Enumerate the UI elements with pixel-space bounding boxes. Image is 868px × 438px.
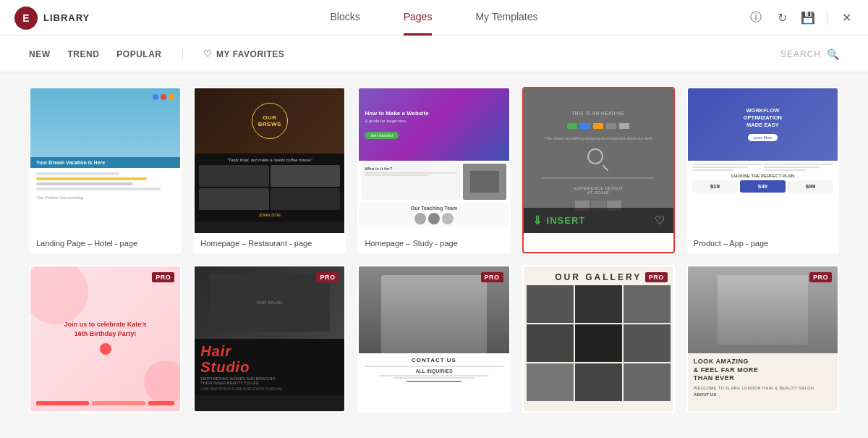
insert-button[interactable]: ⇓ INSERT — [532, 214, 586, 227]
card-thumb-inquiries: CONTACT US ALL INQUIRIES PRO — [359, 266, 509, 411]
price-3: $99 — [806, 183, 815, 190]
card-thumb-hairstudio: OUR SALON HairStudio EMPOWERING WOMEN AN… — [195, 266, 344, 411]
logo-icon: E — [14, 7, 38, 30]
card-thumb-beauty: LOOK AMAZING& FEEL FAR MORETHAN EVER WEL… — [688, 266, 838, 411]
template-grid: Your Dream Vacation is Here The Perfect … — [29, 87, 839, 413]
card-thumb-party: Join us to celebrate Kate's16th Birthday… — [30, 266, 180, 411]
insert-icon: ⇓ — [532, 214, 542, 227]
info-icon[interactable]: ⓘ — [749, 11, 763, 25]
card-thumb-study: How to Make a Website A guide for beginn… — [359, 88, 509, 233]
card-thumb-app: WORKFLOWOPTIMIZATIONMADE EASY Learn More — [688, 88, 838, 233]
refresh-icon[interactable]: ↻ — [775, 11, 789, 25]
card-party[interactable]: Join us to celebrate Kate's16th Birthday… — [29, 265, 182, 413]
filter-favorites[interactable]: ♡ MY FAVORITES — [203, 49, 285, 59]
tab-blocks[interactable]: Blocks — [330, 0, 359, 35]
card-study[interactable]: How to Make a Website A guide for beginn… — [357, 87, 510, 253]
logo-text: LIBRARY — [43, 12, 90, 23]
tab-pages[interactable]: Pages — [404, 0, 433, 35]
card-restaurant[interactable]: OURBREWS "Tasty food, not made a lovely … — [193, 87, 346, 253]
nav-tabs: Blocks Pages My Templates — [130, 0, 738, 35]
pro-badge-beauty: PRO — [809, 272, 832, 282]
card-label-restaurant: Homepage – Restaurant - page — [195, 233, 344, 252]
filter-divider — [182, 49, 183, 60]
filter-items: NEW TREND POPULAR ♡ MY FAVORITES — [29, 49, 780, 60]
header-actions: ⓘ ↻ 💾 ✕ — [738, 11, 854, 25]
price-1: $19 — [710, 183, 720, 190]
card-portfolio[interactable]: THIS IS AN HEADING This shows something … — [522, 87, 675, 253]
card-hairstudio[interactable]: OUR SALON HairStudio EMPOWERING WOMEN AN… — [193, 265, 346, 413]
header-divider — [827, 11, 827, 25]
card-inquiries[interactable]: CONTACT US ALL INQUIRIES PRO — [357, 265, 510, 413]
search-icon: 🔍 — [827, 49, 839, 60]
filter-new[interactable]: NEW — [29, 49, 51, 59]
pro-badge-party: PRO — [152, 272, 174, 282]
price-card-3: $99 — [788, 180, 833, 193]
price-2: $49 — [758, 183, 767, 190]
card-heart-icon[interactable]: ♡ — [655, 214, 665, 227]
favorites-label: MY FAVORITES — [216, 49, 284, 59]
search-text: SEARCH — [780, 49, 821, 59]
card-beauty[interactable]: LOOK AMAZING& FEEL FAR MORETHAN EVER WEL… — [686, 265, 839, 413]
filter-bar: NEW TREND POPULAR ♡ MY FAVORITES SEARCH … — [0, 36, 868, 72]
card-hotel[interactable]: Your Dream Vacation is Here The Perfect … — [29, 87, 182, 253]
pro-badge-gallery: PRO — [645, 272, 668, 282]
card-label-hotel: Landing Page – Hotel - page — [30, 233, 180, 252]
price-card-1: $19 — [692, 180, 738, 193]
card-thumb-gallery: OUR GALLERY PRO — [524, 266, 673, 411]
card-label-app: Product – App - page — [688, 233, 838, 252]
header: E LIBRARY Blocks Pages My Templates ⓘ ↻ … — [0, 0, 868, 36]
logo-area: E LIBRARY — [14, 7, 130, 30]
card-app[interactable]: WORKFLOWOPTIMIZATIONMADE EASY Learn More — [686, 87, 839, 253]
tab-my-templates[interactable]: My Templates — [475, 0, 537, 35]
card-label-study: Homepage – Study - page — [359, 233, 509, 252]
card-thumb-portfolio: THIS IS AN HEADING This shows something … — [524, 88, 673, 233]
main-content: Your Dream Vacation is Here The Perfect … — [0, 72, 868, 438]
card-thumb-hotel: Your Dream Vacation is Here The Perfect … — [30, 88, 180, 233]
pro-badge-inquiries: PRO — [481, 272, 503, 282]
heart-icon: ♡ — [203, 49, 213, 59]
card-thumb-restaurant: OURBREWS "Tasty food, not made a lovely … — [195, 88, 344, 233]
card-actions: ⇓ INSERT ♡ — [524, 208, 673, 233]
insert-label[interactable]: INSERT — [547, 215, 586, 226]
pro-badge-hairstudio: PRO — [316, 272, 339, 282]
filter-trend[interactable]: TREND — [68, 49, 100, 59]
save-icon[interactable]: 💾 — [801, 11, 815, 25]
card-gallery[interactable]: OUR GALLERY PRO — [522, 265, 675, 413]
close-icon[interactable]: ✕ — [839, 11, 854, 25]
price-card-2: $49 — [740, 180, 786, 193]
filter-popular[interactable]: POPULAR — [116, 49, 161, 59]
search-area[interactable]: SEARCH 🔍 — [780, 49, 839, 60]
